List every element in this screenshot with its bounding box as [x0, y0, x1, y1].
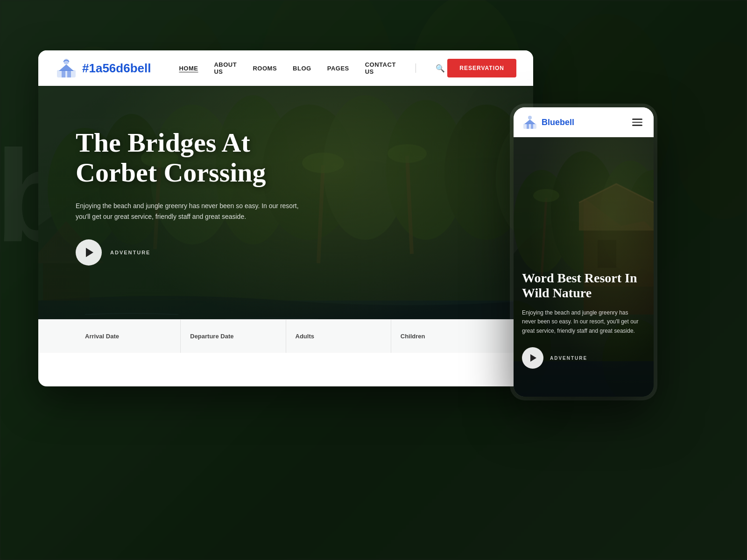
booking-arrival[interactable]: Arrival Date [76, 320, 181, 353]
reservation-button[interactable]: RESERVATION [447, 59, 516, 77]
svg-point-18 [386, 100, 465, 240]
mobile-navbar: Bluebell [514, 107, 654, 137]
svg-rect-7 [57, 70, 76, 77]
booking-departure[interactable]: Departure Date [181, 320, 286, 353]
nav-divider [416, 63, 416, 73]
mobile-hero: Word Best Resort In Wild Nature Enjoying… [514, 137, 654, 397]
desktop-hero-title: The Bridges At Corbet Corssing [76, 128, 337, 188]
desktop-logo-text: #1a56d6bell [82, 61, 151, 76]
desktop-navbar: #1a56d6bell HOME ABOUT US ROOMS BLOG PAG… [38, 50, 533, 86]
svg-line-41 [542, 198, 546, 277]
mobile-play-area: ADVENTURE [522, 347, 643, 369]
children-label: Children [401, 333, 425, 340]
mobile-logo[interactable]: Bluebell [522, 114, 574, 130]
desktop-mockup: #1a56d6bell HOME ABOUT US ROOMS BLOG PAG… [38, 50, 533, 386]
hamburger-line-1 [632, 119, 642, 120]
svg-rect-32 [531, 124, 533, 129]
svg-rect-30 [523, 124, 536, 129]
nav-item-contact[interactable]: CONTACT US [365, 61, 396, 75]
departure-date-label: Departure Date [190, 333, 233, 340]
mobile-play-button[interactable] [522, 347, 543, 369]
svg-rect-9 [67, 71, 71, 77]
svg-rect-31 [527, 124, 529, 129]
nav-item-about[interactable]: ABOUT US [214, 61, 237, 75]
svg-line-25 [407, 156, 412, 254]
booking-adults[interactable]: Adults [286, 320, 391, 353]
booking-children[interactable]: Children [391, 320, 496, 353]
mobile-mockup: Bluebell [514, 107, 654, 397]
desktop-logo[interactable]: #1a56d6bell [55, 57, 151, 79]
mobile-logo-text: Bluebell [542, 118, 574, 127]
hamburger-line-2 [632, 122, 642, 123]
adults-label: Adults [296, 333, 314, 340]
desktop-play-button[interactable] [76, 239, 102, 266]
desktop-adventure-label: ADVENTURE [110, 250, 150, 255]
desktop-nav-links: HOME ABOUT US ROOMS BLOG PAGES CONTACT U… [179, 61, 444, 75]
mobile-adventure-label: ADVENTURE [550, 356, 587, 361]
svg-rect-40 [598, 240, 616, 268]
nav-item-pages[interactable]: PAGES [327, 65, 349, 72]
svg-point-10 [63, 59, 69, 64]
search-icon[interactable]: 🔍 [436, 64, 445, 73]
mobile-hero-subtitle: Enjoying the beach and jungle greenry ha… [522, 308, 643, 336]
arrival-date-label: Arrival Date [85, 333, 119, 340]
desktop-hero-subtitle: Enjoying the beach and jungle greenry ha… [76, 201, 300, 223]
svg-point-42 [533, 189, 559, 202]
desktop-hero: The Bridges At Corbet Corssing Enjoying … [38, 86, 533, 353]
desktop-play-area: ADVENTURE [76, 239, 337, 266]
svg-point-26 [388, 144, 427, 163]
svg-point-33 [528, 116, 532, 119]
hamburger-menu[interactable] [629, 116, 645, 129]
mobile-hero-content: Word Best Resort In Wild Nature Enjoying… [522, 271, 643, 369]
svg-point-38 [626, 170, 654, 273]
mobile-hero-title: Word Best Resort In Wild Nature [522, 271, 643, 301]
hamburger-line-3 [632, 125, 642, 126]
svg-point-35 [514, 170, 570, 273]
desktop-booking-bar: Arrival Date Departure Date Adults Child… [38, 319, 533, 353]
svg-rect-28 [43, 263, 90, 301]
nav-item-blog[interactable]: BLOG [293, 65, 311, 72]
mobile-logo-icon [522, 114, 538, 130]
logo-icon [55, 57, 78, 79]
desktop-hero-content: The Bridges At Corbet Corssing Enjoying … [76, 128, 337, 266]
nav-item-home[interactable]: HOME [179, 65, 198, 72]
svg-rect-8 [62, 71, 65, 77]
svg-point-36 [551, 151, 616, 273]
svg-point-37 [600, 161, 654, 273]
nav-item-rooms[interactable]: ROOMS [253, 65, 277, 72]
